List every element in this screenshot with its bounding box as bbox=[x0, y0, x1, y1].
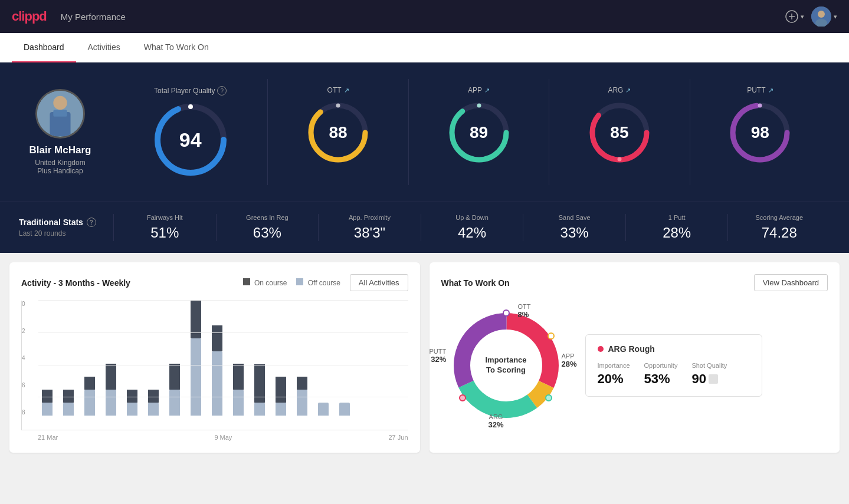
arg-shot-quality-value-row: 90 bbox=[691, 371, 727, 387]
putt-label: PUTT ↗ bbox=[747, 86, 773, 94]
ott-value: 88 bbox=[329, 123, 348, 142]
donut-label-ott: OTT 8% bbox=[518, 303, 531, 319]
nav-title: My Performance bbox=[61, 12, 126, 22]
grid-line-8 bbox=[38, 300, 408, 301]
on-course-bar bbox=[276, 377, 286, 403]
trad-stats-label: Traditional Stats ? Last 20 rounds bbox=[19, 218, 113, 238]
top-nav: clippd My Performance ▾ ▾ bbox=[0, 0, 849, 33]
donut-chart-wrapper: ImportanceTo Scoring OTT 8% APP 28% ARG … bbox=[441, 301, 571, 430]
stat-fairways: Fairways Hit 51% bbox=[113, 214, 216, 241]
add-button[interactable]: ▾ bbox=[785, 10, 804, 23]
ott-gauge: 88 bbox=[306, 100, 371, 165]
stat-proximity: App. Proximity 38'3" bbox=[318, 214, 421, 241]
bar-group bbox=[293, 376, 311, 416]
tpq-label: Total Player Quality ? bbox=[154, 86, 227, 95]
svg-point-15 bbox=[336, 104, 340, 108]
shot-quality-bar bbox=[709, 374, 718, 384]
tab-activities[interactable]: Activities bbox=[76, 33, 132, 62]
bar-group bbox=[166, 363, 183, 416]
bar-group bbox=[60, 389, 77, 416]
bar-group bbox=[123, 389, 141, 416]
off-course-bar bbox=[84, 390, 95, 416]
svg-point-4 bbox=[818, 11, 825, 18]
on-course-bar bbox=[233, 364, 244, 390]
on-course-bar bbox=[84, 377, 95, 390]
quality-card-ott: OTT ↗ 88 bbox=[267, 79, 408, 185]
bar-chart-area: 8 6 4 2 0 bbox=[21, 301, 408, 430]
svg-point-24 bbox=[758, 104, 762, 108]
tab-dashboard[interactable]: Dashboard bbox=[12, 33, 76, 62]
stat-scoring: Scoring Average 74.28 bbox=[727, 214, 830, 241]
quality-card-arg: ARG ↗ 85 bbox=[549, 79, 689, 185]
logo-clip: clip bbox=[12, 9, 32, 24]
donut-label-arg: ARG 32% bbox=[489, 413, 504, 429]
app-label: APP ↗ bbox=[468, 86, 490, 94]
quality-section: Total Player Quality ? 94 OTT ↗ bbox=[120, 79, 830, 185]
off-course-bar bbox=[127, 403, 137, 416]
svg-point-33 bbox=[548, 333, 554, 339]
off-course-bar bbox=[254, 403, 265, 416]
logo: clippd My Performance bbox=[12, 9, 126, 24]
off-course-bar bbox=[339, 403, 350, 416]
tpq-gauge: 94 bbox=[152, 101, 229, 178]
svg-point-12 bbox=[188, 104, 193, 109]
tab-what-to-work-on[interactable]: What To Work On bbox=[132, 33, 221, 62]
y-axis-labels: 8 6 4 2 0 bbox=[22, 301, 25, 416]
bar-chart-container: 8 6 4 2 0 21 Mar 9 May 27 Jun bbox=[21, 301, 408, 441]
avatar bbox=[811, 6, 831, 27]
tpq-help-icon[interactable]: ? bbox=[217, 86, 227, 95]
off-course-bar bbox=[318, 403, 329, 416]
logo-pd: pd bbox=[32, 9, 47, 24]
avatar-image bbox=[37, 91, 83, 137]
stat-greens: Greens In Reg 63% bbox=[216, 214, 319, 241]
bottom-panels: Activity - 3 Months - Weekly On course O… bbox=[0, 253, 849, 462]
bar-group bbox=[314, 402, 332, 416]
activity-panel: Activity - 3 Months - Weekly On course O… bbox=[9, 262, 420, 453]
avatar-chevron: ▾ bbox=[834, 13, 837, 21]
off-course-bar bbox=[106, 390, 116, 416]
all-activities-button[interactable]: All Activities bbox=[350, 274, 408, 291]
bar-group bbox=[272, 376, 290, 416]
quality-card-total: Total Player Quality ? 94 bbox=[120, 79, 267, 185]
wtwon-title: What To Work On bbox=[441, 278, 510, 288]
stat-oneputt: 1 Putt 28% bbox=[625, 214, 728, 241]
bar-group bbox=[102, 363, 120, 416]
bar-group bbox=[145, 389, 162, 416]
stat-updown: Up & Down 42% bbox=[421, 214, 523, 241]
donut-label-app: APP 28% bbox=[561, 353, 576, 368]
on-course-bar bbox=[297, 377, 307, 390]
off-course-bar bbox=[42, 403, 53, 416]
on-course-bar bbox=[63, 390, 74, 403]
putt-gauge: 98 bbox=[727, 100, 792, 165]
on-course-bar bbox=[106, 364, 116, 390]
off-course-bar bbox=[276, 403, 286, 416]
svg-point-32 bbox=[503, 310, 509, 316]
on-course-bar bbox=[148, 390, 159, 403]
on-course-dot bbox=[243, 278, 250, 285]
svg-point-35 bbox=[460, 395, 466, 401]
trad-stats-help-icon[interactable]: ? bbox=[87, 218, 96, 227]
user-avatar-wrapper[interactable]: ▾ bbox=[811, 6, 837, 27]
app-gauge: 89 bbox=[447, 100, 512, 165]
bar-group bbox=[208, 325, 226, 416]
wtwon-panel-header: What To Work On View Dashboard bbox=[441, 274, 828, 291]
tabs-bar: Dashboard Activities What To Work On bbox=[0, 33, 849, 62]
player-profile: Blair McHarg United Kingdom Plus Handica… bbox=[19, 89, 101, 175]
off-course-bar bbox=[63, 403, 74, 416]
arg-shot-quality-col: Shot Quality 90 bbox=[691, 362, 727, 387]
donut-center-text: ImportanceTo Scoring bbox=[485, 355, 526, 375]
bar-group bbox=[336, 402, 353, 416]
view-dashboard-button[interactable]: View Dashboard bbox=[754, 274, 828, 291]
grid-line-6 bbox=[38, 332, 408, 333]
x-axis-labels: 21 Mar 9 May 27 Jun bbox=[21, 434, 408, 441]
bar-group bbox=[81, 376, 99, 416]
off-course-bar bbox=[148, 403, 159, 416]
putt-value: 98 bbox=[751, 123, 769, 142]
tpq-value: 94 bbox=[179, 129, 202, 151]
arg-card-stats: Importance 20% Opportunity 53% Shot Qual… bbox=[598, 362, 750, 387]
arg-detail-card: ARG Rough Importance 20% Opportunity 53%… bbox=[585, 334, 762, 397]
off-course-bar bbox=[297, 390, 307, 416]
svg-point-18 bbox=[477, 104, 481, 108]
bar-group bbox=[251, 364, 268, 416]
arg-value: 85 bbox=[610, 123, 628, 142]
